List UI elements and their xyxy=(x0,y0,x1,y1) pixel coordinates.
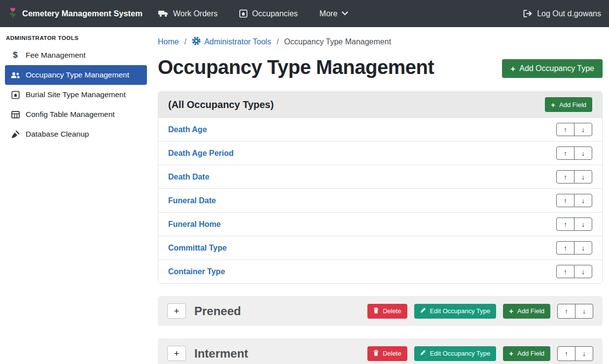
logout-button[interactable]: Log Out d.gowans xyxy=(523,9,601,18)
headstone-frame-icon xyxy=(239,9,248,18)
reorder-group: ↑ ↓ xyxy=(556,194,592,207)
section-controls: Delete Edit Occupancy Type + Add Field xyxy=(367,304,593,319)
move-down-button[interactable]: ↓ xyxy=(574,241,592,255)
field-link-death-age-period[interactable]: Death Age Period xyxy=(168,149,234,158)
move-down-button[interactable]: ↓ xyxy=(574,170,592,183)
table-icon xyxy=(10,111,21,118)
move-down-button[interactable]: ↓ xyxy=(575,304,593,319)
nav-more[interactable]: More xyxy=(320,9,348,18)
down-arrow-icon: ↓ xyxy=(581,126,585,134)
nav-work-orders[interactable]: Work Orders xyxy=(158,9,217,18)
add-field-button[interactable]: + Add Field xyxy=(503,304,550,319)
move-up-button[interactable]: ↑ xyxy=(557,304,575,319)
breadcrumb-admin-tools-label: Administrator Tools xyxy=(204,37,271,46)
reorder-group: ↑ ↓ xyxy=(556,218,592,231)
pencil-icon xyxy=(420,307,426,315)
move-down-button[interactable]: ↓ xyxy=(574,123,592,136)
move-down-button[interactable]: ↓ xyxy=(574,146,592,160)
field-row: Container Type ↑ ↓ xyxy=(158,259,602,283)
logout-icon xyxy=(523,9,533,18)
occupancy-type-section-interment: + Interment Delete xyxy=(158,338,603,364)
breadcrumb-admin-tools[interactable]: Administrator Tools xyxy=(192,36,271,47)
app-brand[interactable]: Cemetery Management System xyxy=(8,6,143,22)
reorder-group: ↑ ↓ xyxy=(556,241,592,255)
sidebar-item-fee-management[interactable]: $ Fee Management xyxy=(5,45,147,65)
move-up-button[interactable]: ↑ xyxy=(556,170,574,183)
up-arrow-icon: ↑ xyxy=(565,307,568,315)
trash-icon xyxy=(373,307,379,315)
title-row: Occupancy Type Management + Add Occupanc… xyxy=(158,55,603,79)
delete-label: Delete xyxy=(383,307,401,315)
add-field-label: Add Field xyxy=(517,350,544,357)
sidebar-section-header: Administrator Tools xyxy=(0,30,152,45)
sidebar-item-label: Fee Management xyxy=(26,51,86,60)
up-arrow-icon: ↑ xyxy=(564,173,567,181)
move-up-button[interactable]: ↑ xyxy=(556,146,574,160)
dollar-icon: $ xyxy=(10,50,21,60)
expand-button[interactable]: + xyxy=(167,346,186,361)
add-occupancy-type-button[interactable]: + Add Occupancy Type xyxy=(502,59,603,78)
add-field-button[interactable]: + Add Field xyxy=(503,346,550,361)
move-down-button[interactable]: ↓ xyxy=(574,265,592,278)
move-up-button[interactable]: ↑ xyxy=(556,241,574,255)
down-arrow-icon: ↓ xyxy=(581,149,585,157)
sidebar-item-label: Occupancy Type Management xyxy=(26,71,129,79)
sidebar-item-burial-site-type-management[interactable]: Burial Site Type Management xyxy=(5,85,147,105)
delete-button[interactable]: Delete xyxy=(367,304,407,319)
edit-occupancy-type-button[interactable]: Edit Occupancy Type xyxy=(414,304,497,319)
move-down-button[interactable]: ↓ xyxy=(574,218,592,231)
move-down-button[interactable]: ↓ xyxy=(575,346,593,361)
top-navbar: Cemetery Management System Work Orders xyxy=(0,0,609,27)
move-down-button[interactable]: ↓ xyxy=(574,194,592,207)
down-arrow-icon: ↓ xyxy=(581,268,585,276)
up-arrow-icon: ↑ xyxy=(565,350,568,358)
sidebar-item-database-cleanup[interactable]: Database Cleanup xyxy=(5,124,147,144)
sidebar-item-config-table-management[interactable]: Config Table Management xyxy=(5,105,147,124)
navbar-links: Work Orders Occupancies More xyxy=(158,9,348,18)
plus-icon: + xyxy=(174,306,179,317)
move-up-button[interactable]: ↑ xyxy=(556,123,574,136)
move-up-button[interactable]: ↑ xyxy=(556,218,574,231)
field-row: Death Date ↑ ↓ xyxy=(158,165,602,188)
field-link-committal-type[interactable]: Committal Type xyxy=(168,244,227,253)
delete-button[interactable]: Delete xyxy=(367,346,407,361)
down-arrow-icon: ↓ xyxy=(581,244,585,252)
expand-button[interactable]: + xyxy=(167,303,186,319)
up-arrow-icon: ↑ xyxy=(564,268,567,276)
field-link-funeral-home[interactable]: Funeral Home xyxy=(168,220,221,229)
broom-icon xyxy=(10,130,21,139)
field-link-death-age[interactable]: Death Age xyxy=(168,125,207,134)
breadcrumb-home[interactable]: Home xyxy=(158,37,179,46)
add-occupancy-type-label: Add Occupancy Type xyxy=(519,64,594,73)
move-up-button[interactable]: ↑ xyxy=(557,346,575,361)
plus-icon: + xyxy=(509,350,513,357)
field-link-funeral-date[interactable]: Funeral Date xyxy=(168,196,216,205)
add-field-button[interactable]: + Add Field xyxy=(545,97,592,112)
field-link-death-date[interactable]: Death Date xyxy=(168,173,210,182)
section-controls: Delete Edit Occupancy Type + Add Field xyxy=(367,346,593,361)
headstone-frame-icon xyxy=(10,91,21,99)
edit-occupancy-type-button[interactable]: Edit Occupancy Type xyxy=(414,346,497,361)
field-row: Death Age ↑ ↓ xyxy=(158,117,602,141)
section-title: Preneed xyxy=(194,304,241,318)
add-field-label: Add Field xyxy=(559,101,586,109)
sidebar-item-occupancy-type-management[interactable]: Occupancy Type Management xyxy=(5,65,147,85)
nav-occupancies[interactable]: Occupancies xyxy=(239,9,298,18)
field-row: Funeral Date ↑ ↓ xyxy=(158,188,602,212)
breadcrumb-separator: / xyxy=(277,37,279,46)
move-up-button[interactable]: ↑ xyxy=(556,265,574,278)
field-link-container-type[interactable]: Container Type xyxy=(168,267,225,276)
app-root: Cemetery Management System Work Orders xyxy=(0,0,609,364)
plus-icon: + xyxy=(174,348,179,359)
reorder-group: ↑ ↓ xyxy=(557,346,593,361)
logout-label: Log Out d.gowans xyxy=(537,9,601,18)
down-arrow-icon: ↓ xyxy=(581,220,585,228)
pencil-icon xyxy=(420,350,426,357)
down-arrow-icon: ↓ xyxy=(581,173,585,181)
sidebar-item-label: Burial Site Type Management xyxy=(26,90,126,99)
edit-occupancy-type-label: Edit Occupancy Type xyxy=(430,307,491,315)
section-title: Interment xyxy=(194,347,248,361)
all-occupancy-types-title: (All Occupancy Types) xyxy=(168,99,274,110)
move-up-button[interactable]: ↑ xyxy=(556,194,574,207)
down-arrow-icon: ↓ xyxy=(581,197,585,205)
